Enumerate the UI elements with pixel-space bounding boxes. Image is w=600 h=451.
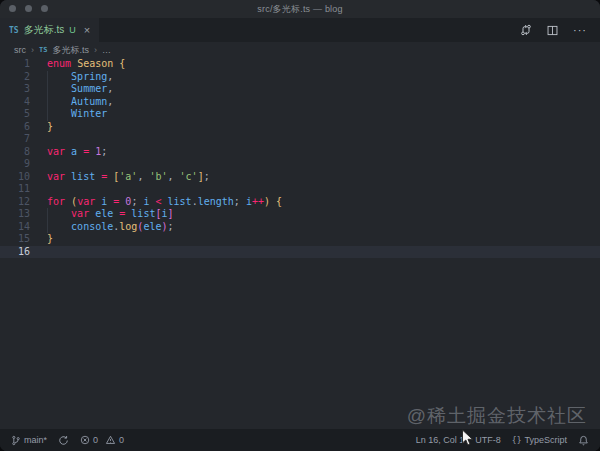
notifications-item[interactable]	[578, 435, 589, 446]
line-number: 4	[0, 96, 30, 109]
breadcrumb: src › TS 多光标.ts › …	[0, 42, 600, 58]
line-number: 7	[0, 133, 30, 146]
tab-file-name: 多光标.ts	[24, 23, 65, 37]
status-bar-left: main* 0 0	[11, 435, 124, 446]
breadcrumb-folder[interactable]: src	[14, 45, 26, 55]
braces-icon: {}	[512, 436, 522, 445]
git-untracked-badge: U	[69, 25, 76, 35]
code-line[interactable]: 5 Winter	[0, 108, 600, 121]
breadcrumb-file[interactable]: 多光标.ts	[52, 44, 89, 57]
line-number: 13	[0, 208, 30, 221]
code-line[interactable]: 13 var ele = list[i]	[0, 208, 600, 221]
minimize-window-button[interactable]	[25, 5, 32, 12]
code-text	[30, 158, 47, 171]
code-line[interactable]: 3 Summer,	[0, 83, 600, 96]
code-line[interactable]: 15}	[0, 233, 600, 246]
code-text: }	[30, 233, 53, 246]
encoding-item[interactable]: UTF-8	[475, 435, 501, 445]
code-line[interactable]: 2 Spring,	[0, 71, 600, 84]
close-window-button[interactable]	[9, 5, 16, 12]
code-text	[30, 183, 47, 196]
line-number: 12	[0, 196, 30, 209]
code-line[interactable]: 6}	[0, 121, 600, 134]
language-mode-item[interactable]: {} TypeScript	[512, 435, 567, 445]
code-text	[30, 246, 47, 259]
code-line[interactable]: 7	[0, 133, 600, 146]
line-number: 16	[0, 246, 30, 259]
warning-icon	[105, 435, 116, 445]
language-name: TypeScript	[524, 435, 567, 445]
code-text: Spring,	[30, 71, 113, 84]
code-line[interactable]: 4 Autumn,	[0, 96, 600, 109]
cursor-position-item[interactable]: Ln 16, Col 1	[416, 435, 465, 445]
code-lines: 1enum Season {2 Spring,3 Summer,4 Autumn…	[0, 58, 600, 258]
code-line[interactable]: 10var list = ['a', 'b', 'c'];	[0, 171, 600, 184]
code-line[interactable]: 11	[0, 183, 600, 196]
line-number: 15	[0, 233, 30, 246]
split-editor-icon[interactable]	[547, 25, 558, 36]
code-editor[interactable]: 1enum Season {2 Spring,3 Summer,4 Autumn…	[0, 58, 600, 429]
code-text: var a = 1;	[30, 146, 107, 159]
problems-item[interactable]: 0 0	[80, 435, 124, 445]
line-number: 8	[0, 146, 30, 159]
title-bar: src/多光标.ts — blog	[0, 0, 600, 18]
line-number: 6	[0, 121, 30, 134]
typescript-file-icon: TS	[39, 46, 47, 54]
code-line[interactable]: 16	[0, 246, 600, 259]
code-text: var ele = list[i]	[30, 208, 174, 221]
branch-name: main*	[24, 435, 47, 445]
code-text: Winter	[30, 108, 107, 121]
zoom-window-button[interactable]	[41, 5, 48, 12]
code-line[interactable]: 1enum Season {	[0, 58, 600, 71]
code-text: Summer,	[30, 83, 113, 96]
line-number: 3	[0, 83, 30, 96]
code-text: for (var i = 0; i < list.length; i++) {	[30, 196, 282, 209]
code-text: enum Season {	[30, 58, 125, 71]
status-bar: main* 0 0 Ln 16, Col 1 UTF-8	[0, 429, 600, 451]
status-bar-right: Ln 16, Col 1 UTF-8 {} TypeScript	[416, 435, 589, 446]
code-line[interactable]: 9	[0, 158, 600, 171]
line-number: 14	[0, 221, 30, 234]
line-number: 5	[0, 108, 30, 121]
editor-actions: ···	[520, 18, 600, 42]
vscode-window: src/多光标.ts — blog TS 多光标.ts U × ···	[0, 0, 600, 451]
code-text: var list = ['a', 'b', 'c'];	[30, 171, 210, 184]
line-number: 10	[0, 171, 30, 184]
warning-count: 0	[119, 435, 124, 445]
error-icon	[80, 435, 90, 445]
git-branch-item[interactable]: main*	[11, 435, 47, 446]
code-text: }	[30, 121, 53, 134]
error-count: 0	[93, 435, 98, 445]
git-branch-icon	[11, 435, 21, 446]
watermark: @稀土掘金技术社区	[407, 403, 587, 429]
more-actions-icon[interactable]: ···	[573, 24, 587, 36]
line-number: 2	[0, 71, 30, 84]
code-text: console.log(ele);	[30, 221, 174, 234]
typescript-file-icon: TS	[9, 26, 19, 35]
window-title: src/多光标.ts — blog	[257, 3, 342, 16]
code-line[interactable]: 12for (var i = 0; i < list.length; i++) …	[0, 196, 600, 209]
sync-changes-item[interactable]	[58, 435, 69, 446]
tab-duoguangbiao-ts[interactable]: TS 多光标.ts U ×	[0, 18, 99, 42]
code-text: Autumn,	[30, 96, 113, 109]
line-number: 11	[0, 183, 30, 196]
line-number: 9	[0, 158, 30, 171]
code-line[interactable]: 8var a = 1;	[0, 146, 600, 159]
traffic-lights	[9, 5, 48, 12]
chevron-right-icon: ›	[31, 45, 34, 55]
tab-close-icon[interactable]: ×	[84, 25, 90, 36]
tab-bar: TS 多光标.ts U × ···	[0, 18, 600, 42]
bell-icon	[578, 435, 589, 446]
chevron-right-icon: ›	[94, 45, 97, 55]
sync-icon	[58, 435, 69, 446]
open-changes-icon[interactable]	[520, 24, 532, 36]
line-number: 1	[0, 58, 30, 71]
code-text	[30, 133, 47, 146]
code-line[interactable]: 14 console.log(ele);	[0, 221, 600, 234]
breadcrumb-symbol-ellipsis[interactable]: …	[102, 45, 111, 55]
